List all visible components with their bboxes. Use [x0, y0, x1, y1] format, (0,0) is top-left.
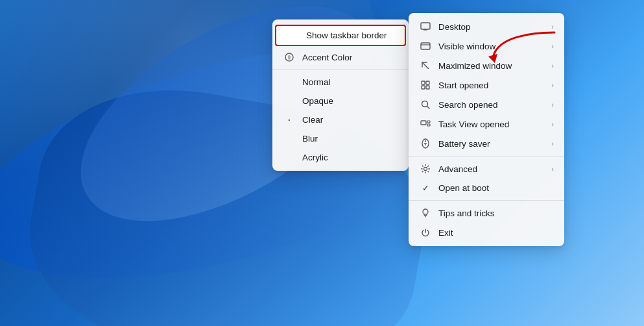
clear-bullet: •: [283, 117, 296, 123]
menu-label-acrylic: Acrylic: [302, 153, 328, 162]
menu-item-exit[interactable]: Exit: [409, 223, 564, 242]
menu-label-start-opened: Start opened: [438, 81, 488, 90]
menu-item-opaque[interactable]: Opaque: [272, 92, 409, 110]
menu-label-blur: Blur: [302, 134, 318, 144]
menu-item-advanced[interactable]: Advanced ›: [409, 159, 564, 179]
menu-label-desktop: Desktop: [438, 22, 471, 32]
svg-rect-10: [422, 86, 425, 89]
svg-rect-15: [427, 121, 430, 123]
battery-saver-icon: [419, 138, 432, 149]
menu-label-visible-window: Visible window: [438, 42, 495, 51]
search-icon: [419, 99, 432, 110]
visible-window-icon: [419, 41, 432, 51]
desktop-icon: [419, 21, 432, 32]
menu-item-tips-and-tricks[interactable]: Tips and tricks: [409, 203, 564, 223]
menu-item-show-taskbar-border[interactable]: Show taskbar border: [275, 25, 406, 46]
visible-window-chevron: ›: [551, 42, 554, 50]
menu-item-search-opened[interactable]: Search opened ›: [409, 95, 564, 114]
menu-item-clear[interactable]: • Clear: [272, 110, 409, 129]
svg-line-13: [427, 107, 430, 109]
gear-icon: [419, 164, 432, 174]
menu-item-normal[interactable]: Normal: [272, 73, 409, 92]
menu-label-maximized-window: Maximized window: [438, 61, 512, 71]
menu-main: Desktop › Visible window › Maximized: [409, 13, 564, 246]
task-view-icon: [419, 119, 432, 129]
battery-saver-chevron: ›: [551, 140, 554, 147]
maximize-icon: [419, 60, 432, 71]
menu-label-accent-color: Accent Color: [302, 53, 352, 62]
submenu-transparency: Show taskbar border Accent Color Normal …: [272, 19, 409, 171]
menu-item-task-view-opened[interactable]: Task View opened ›: [409, 114, 564, 134]
menu-label-open-at-boot: Open at boot: [438, 183, 489, 193]
accent-color-icon: [283, 52, 296, 62]
start-opened-chevron: ›: [551, 81, 554, 89]
submenu-divider-1: [272, 69, 409, 70]
menu-label-tips-and-tricks: Tips and tricks: [438, 208, 495, 218]
menu-label-task-view-opened: Task View opened: [438, 119, 509, 129]
menu-label-normal: Normal: [302, 77, 331, 87]
menu-item-desktop[interactable]: Desktop ›: [409, 17, 564, 36]
menu-item-blur[interactable]: Blur: [272, 129, 409, 148]
menu-label-clear: Clear: [302, 115, 323, 125]
maximized-window-chevron: ›: [551, 62, 554, 69]
menus-container: Show taskbar border Accent Color Normal …: [272, 13, 564, 246]
menu-item-start-opened[interactable]: Start opened ›: [409, 75, 564, 95]
tips-icon: [419, 208, 432, 218]
menu-item-battery-saver[interactable]: Battery saver ›: [409, 134, 564, 153]
search-opened-chevron: ›: [551, 101, 554, 108]
menu-label-exit: Exit: [438, 228, 453, 238]
advanced-chevron: ›: [551, 165, 554, 173]
svg-rect-16: [427, 124, 430, 126]
menu-item-maximized-window[interactable]: Maximized window ›: [409, 56, 564, 75]
menu-label-advanced: Advanced: [438, 164, 477, 174]
menu-label-search-opened: Search opened: [438, 100, 498, 110]
svg-rect-2: [421, 23, 430, 29]
menu-item-acrylic[interactable]: Acrylic: [272, 148, 409, 167]
menu-label-show-taskbar-border: Show taskbar border: [306, 31, 387, 40]
menu-item-open-at-boot[interactable]: ✓ Open at boot: [409, 179, 564, 197]
open-at-boot-checkmark: ✓: [419, 183, 432, 193]
main-menu-divider-1: [409, 156, 564, 157]
menu-label-battery-saver: Battery saver: [438, 139, 490, 149]
desktop-chevron: ›: [551, 23, 554, 31]
menu-item-visible-window[interactable]: Visible window ›: [409, 36, 564, 56]
svg-rect-8: [422, 81, 425, 84]
svg-point-22: [423, 209, 428, 214]
svg-rect-14: [421, 121, 426, 125]
svg-point-21: [424, 168, 427, 171]
menu-item-accent-color[interactable]: Accent Color: [272, 47, 409, 67]
main-menu-divider-2: [409, 200, 564, 201]
svg-line-7: [422, 62, 429, 69]
svg-rect-11: [426, 86, 429, 89]
menu-label-opaque: Opaque: [302, 96, 333, 106]
task-view-chevron: ›: [551, 120, 554, 128]
svg-rect-5: [421, 43, 430, 49]
power-icon: [419, 227, 432, 238]
svg-rect-9: [426, 81, 429, 84]
start-opened-icon: [419, 80, 432, 90]
